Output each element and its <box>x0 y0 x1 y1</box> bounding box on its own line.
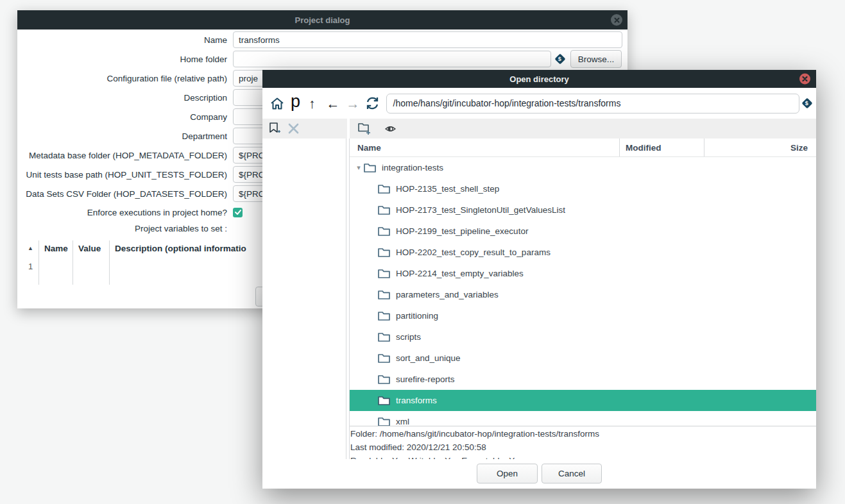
tree-row-selected[interactable]: transforms <box>350 390 816 411</box>
show-hidden-files-icon[interactable] <box>385 124 396 133</box>
column-header-size[interactable]: Size <box>704 139 816 156</box>
tree-row[interactable]: ▾integration-tests <box>350 157 816 178</box>
folder-icon <box>364 163 376 173</box>
tree-row[interactable]: HOP-2199_test_pipeline_executor <box>350 221 816 242</box>
field-input[interactable]: transforms <box>233 31 622 48</box>
cell-name[interactable] <box>39 256 73 276</box>
folder-icon <box>378 248 390 258</box>
open-button[interactable]: Open <box>477 464 538 483</box>
back-icon[interactable]: ← <box>327 97 340 110</box>
new-folder-icon[interactable] <box>358 122 371 135</box>
tree-row[interactable]: partitioning <box>350 305 816 326</box>
folder-name: HOP-2199_test_pipeline_executor <box>396 226 528 236</box>
field-label: Department <box>22 131 233 141</box>
column-header-modified[interactable]: Modified <box>619 139 704 156</box>
path-value: /home/hans/git/incubator-hop/integration… <box>393 98 621 108</box>
folder-name: HOP-2202_test_copy_result_to_params <box>396 248 551 257</box>
open-dialog-title: Open directory <box>509 74 568 84</box>
folder-icon <box>378 311 390 321</box>
bookmarks-panel[interactable] <box>262 139 346 459</box>
column-header-value[interactable]: Value <box>73 240 110 256</box>
field-label: Home folder <box>22 55 233 64</box>
cell-value[interactable] <box>73 256 110 276</box>
tree-row[interactable]: HOP-2214_test_empty_variables <box>350 263 816 284</box>
folder-name: surefire-reports <box>396 374 455 384</box>
folder-icon <box>378 269 390 279</box>
open-dialog-titlebar[interactable]: Open directory <box>262 70 816 88</box>
status-block: Folder: /home/hans/git/incubator-hop/int… <box>350 426 816 459</box>
folder-icon <box>378 290 390 300</box>
refresh-icon[interactable] <box>365 96 380 110</box>
field-label: Name <box>22 35 233 45</box>
browse-button[interactable]: Browse... <box>570 50 622 68</box>
tree-row[interactable]: sort_and_unique <box>350 348 816 369</box>
folder-icon <box>378 353 390 364</box>
remove-bookmark-icon[interactable] <box>288 123 299 134</box>
folder-icon <box>378 226 390 237</box>
form-row: Nametransforms <box>22 31 622 48</box>
folder-icon <box>378 374 390 385</box>
folder-name: partitioning <box>396 311 438 321</box>
field-label: Unit tests base path (HOP_UNIT_TESTS_FOL… <box>22 170 233 180</box>
status-permissions: Readable: Yes Writable: Yes Executable: … <box>350 454 816 459</box>
sort-asc-icon: ▲ <box>28 246 33 251</box>
close-icon[interactable] <box>611 14 622 26</box>
tree-row[interactable]: HOP-2202_test_copy_result_to_params <box>350 242 816 263</box>
project-dialog-titlebar[interactable]: Project dialog <box>17 10 627 29</box>
secondary-toolbar <box>262 119 816 139</box>
variable-icon[interactable]: $ <box>555 54 566 65</box>
column-header-name[interactable]: Name <box>350 139 619 156</box>
tree-row[interactable]: HOP-2135_test_shell_step <box>350 178 816 199</box>
enforce-label: Enforce executions in project home? <box>22 208 233 217</box>
project-dialog-title: Project dialog <box>295 15 350 25</box>
tree-row[interactable]: xml <box>350 411 816 426</box>
dialog-content: Name Modified Size ▾integration-testsHOP… <box>262 139 816 459</box>
folder-icon <box>378 396 390 406</box>
bookmarks-toolbar <box>262 119 347 139</box>
folder-icon <box>378 184 390 194</box>
directory-tree: ▾integration-testsHOP-2135_test_shell_st… <box>350 157 816 426</box>
navigation-toolbar: p ↑ ← → /home/hans/git/incubator-hop/int… <box>262 88 816 119</box>
expander-caret-icon[interactable]: ▾ <box>354 164 364 172</box>
status-folder: Folder: /home/hans/git/incubator-hop/int… <box>350 427 816 441</box>
folder-name: HOP-2173_test_SingletonUtil_getValuesLis… <box>396 205 565 215</box>
row-number: 1 <box>22 256 39 276</box>
field-label: Description <box>22 93 233 103</box>
path-input[interactable]: /home/hans/git/incubator-hop/integration… <box>386 94 799 113</box>
open-directory-dialog: Open directory p ↑ ← → /home/hans/git/in… <box>262 70 816 489</box>
cancel-button[interactable]: Cancel <box>542 464 602 483</box>
folder-name: integration-tests <box>382 163 443 172</box>
folder-icon <box>378 205 390 215</box>
field-label: Metadata base folder (HOP_METADATA_FOLDE… <box>22 151 233 160</box>
variable-icon[interactable]: $ <box>802 98 813 109</box>
sort-column-header[interactable]: ▲ <box>22 240 39 256</box>
tree-row[interactable]: surefire-reports <box>350 369 816 390</box>
files-toolbar <box>350 119 816 139</box>
tree-row[interactable]: scripts <box>350 326 816 348</box>
project-home-icon[interactable]: p <box>291 93 300 110</box>
tree-row[interactable]: HOP-2173_test_SingletonUtil_getValuesLis… <box>350 199 816 221</box>
forward-icon[interactable]: → <box>346 97 360 110</box>
desktop: { "accent": "#2eb293", "project_dialog":… <box>0 0 845 504</box>
folder-name: xml <box>396 417 409 426</box>
status-last-modified: Last modified: 2020/12/21 20:50:58 <box>350 441 816 454</box>
field-label: Company <box>22 112 233 122</box>
tree-row[interactable]: parameters_and_variables <box>350 284 816 305</box>
folder-icon <box>378 417 390 426</box>
add-bookmark-icon[interactable] <box>269 122 280 135</box>
home-icon[interactable] <box>270 97 284 110</box>
variables-label: Project variables to set : <box>22 224 233 233</box>
field-input[interactable] <box>233 51 551 67</box>
field-label: Data Sets CSV Folder (HOP_DATASETS_FOLDE… <box>22 189 233 199</box>
folder-name: transforms <box>396 396 437 405</box>
file-list-header: Name Modified Size <box>350 139 816 157</box>
folder-icon <box>378 332 390 342</box>
dialog-button-bar: Open Cancel <box>262 459 816 489</box>
up-level-icon[interactable]: ↑ <box>309 97 316 110</box>
folder-name: HOP-2135_test_shell_step <box>396 184 499 194</box>
column-header-name[interactable]: Name <box>39 240 73 256</box>
enforce-checkbox[interactable] <box>233 208 243 217</box>
folder-name: scripts <box>396 332 421 342</box>
close-icon[interactable] <box>799 74 810 85</box>
folder-name: parameters_and_variables <box>396 290 499 299</box>
